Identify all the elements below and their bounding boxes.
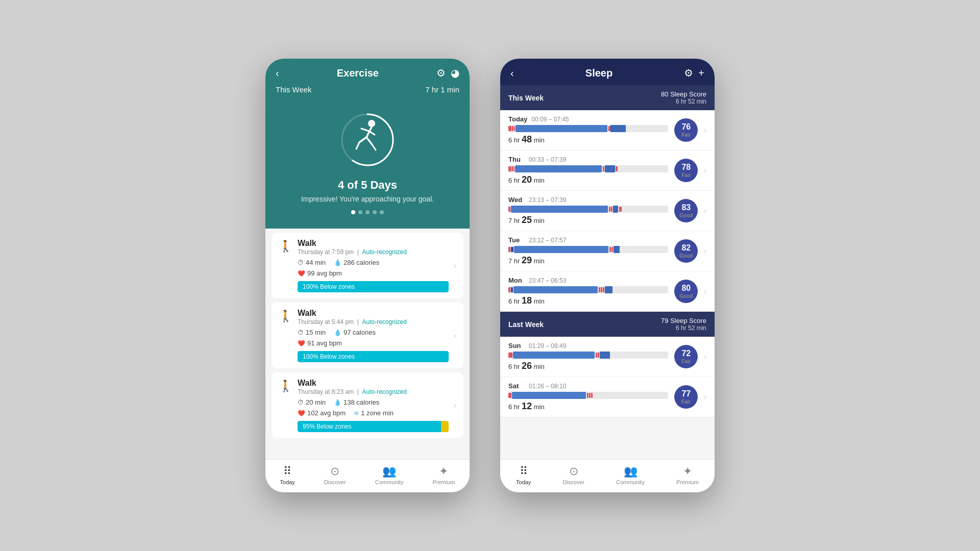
activity-item-2[interactable]: 🚶 Walk Thursday at 5:44 pm | Auto-recogn… — [272, 303, 463, 368]
svg-rect-19 — [515, 165, 602, 172]
nav-premium-sleep[interactable]: ✦ Premium — [676, 465, 699, 485]
exercise-hero: 4 of 5 Days Impressive! You're approachi… — [265, 99, 470, 229]
gear-icon[interactable]: ⚙ — [436, 67, 446, 79]
activity-item-3[interactable]: 🚶 Walk Thursday at 8:23 am | Auto-recogn… — [272, 372, 463, 438]
auto-recognized-2: Auto-recognized — [362, 318, 407, 325]
sleep-entry-today[interactable]: Today 00:09 – 07:45 — [500, 110, 715, 151]
exercise-screen: ‹ Exercise ⚙ ◕ This Week 7 hr 1 min — [265, 59, 470, 492]
dot-2[interactable] — [358, 210, 362, 214]
chevron-sun: › — [704, 353, 706, 361]
sleep-score-mon: 80 Good — [674, 280, 698, 303]
dot-5[interactable] — [380, 210, 384, 214]
activity-time-3: Thursday at 8:23 am | Auto-recognized — [298, 388, 449, 395]
svg-rect-49 — [587, 393, 589, 398]
back-icon[interactable]: ‹ — [276, 67, 279, 79]
sleep-range-mon: 23:47 – 06:53 — [529, 277, 566, 284]
sleep-entry-wed[interactable]: Wed 23:13 – 07:39 — [500, 191, 715, 231]
discover-label-sleep: Discover — [562, 479, 584, 485]
activity-name-3: Walk — [298, 379, 449, 388]
sleep-screen: ‹ Sleep ⚙ + This Week 80 Sleep Score 6 h… — [500, 59, 715, 492]
sleep-back-icon[interactable]: ‹ — [510, 67, 514, 79]
walk-icon-1: 🚶 — [279, 240, 292, 253]
sleep-list: This Week 80 Sleep Score 6 hr 52 min Tod… — [500, 85, 715, 459]
nav-discover-ex[interactable]: ⊙ Discover — [324, 465, 346, 485]
nav-today-ex[interactable]: ⠿ Today — [280, 465, 295, 485]
premium-icon-sleep: ✦ — [683, 465, 692, 478]
svg-rect-22 — [616, 166, 618, 171]
today-label-sleep: Today — [516, 479, 531, 485]
svg-rect-25 — [609, 207, 610, 212]
sleep-entry-mon[interactable]: Mon 23:47 – 06:53 — [500, 271, 715, 312]
last-week-duration: 6 hr 52 min — [661, 324, 706, 332]
dot-4[interactable] — [373, 210, 377, 214]
svg-rect-39 — [601, 287, 602, 292]
sleep-entry-thu[interactable]: Thu 00:33 – 07:39 — [500, 151, 715, 191]
svg-rect-17 — [511, 166, 513, 171]
heart-icon-1: ❤️ — [298, 270, 305, 277]
sleep-range-sun: 01:29 – 08:49 — [529, 342, 566, 349]
sleep-score-sun: 72 Fair — [674, 345, 698, 368]
zone-bar-2: 100% Below zones — [298, 351, 449, 362]
chevron-thu: › — [704, 166, 706, 174]
sleep-duration-wed: 7 hr 25 min — [508, 215, 668, 226]
sleep-title: Sleep — [514, 67, 684, 79]
sleep-duration-mon: 6 hr 18 min — [508, 295, 668, 306]
svg-rect-34 — [614, 246, 620, 253]
sleep-score-wed: 83 Good — [674, 199, 698, 222]
activity-list: 🚶 Walk Thursday at 7:59 pm | Auto-recogn… — [265, 229, 470, 459]
sleep-gear-icon[interactable]: ⚙ — [684, 67, 693, 79]
svg-rect-51 — [591, 393, 593, 398]
dot-1[interactable] — [351, 210, 355, 214]
sleep-range-sat: 01:26 – 08:10 — [529, 383, 566, 390]
heart-icon-2: ❤️ — [298, 340, 305, 347]
sleep-bar-sun — [508, 352, 668, 359]
community-icon-sleep: 👥 — [624, 465, 638, 478]
sleep-range-thu: 00:33 – 07:39 — [529, 156, 566, 163]
svg-rect-32 — [609, 247, 611, 252]
svg-rect-28 — [619, 207, 622, 212]
svg-rect-45 — [598, 353, 599, 358]
chevron-sat: › — [704, 393, 706, 401]
sleep-duration-today: 6 hr 48 min — [508, 134, 668, 145]
svg-line-6 — [359, 137, 366, 142]
dot-3[interactable] — [365, 210, 370, 214]
nav-community-sleep[interactable]: 👥 Community — [616, 465, 645, 485]
svg-rect-12 — [514, 126, 515, 131]
sleep-entry-sat[interactable]: Sat 01:26 – 08:10 6 hr 12 min — [500, 377, 715, 417]
sleep-quality-thu: Fair — [681, 172, 691, 178]
activity-item-1[interactable]: 🚶 Walk Thursday at 7:59 pm | Auto-recogn… — [272, 233, 463, 298]
svg-line-7 — [366, 137, 372, 144]
svg-line-8 — [356, 142, 359, 149]
sleep-bar-mon — [508, 286, 668, 293]
compass-icon[interactable]: ◕ — [451, 67, 459, 79]
svg-rect-27 — [613, 206, 618, 213]
this-week-value: 7 hr 1 min — [425, 85, 459, 94]
nav-discover-sleep[interactable]: ⊙ Discover — [562, 465, 584, 485]
sleep-day-tue: Tue — [508, 236, 525, 244]
activity-name-2: Walk — [298, 309, 449, 318]
svg-rect-35 — [508, 287, 510, 292]
nav-premium-ex[interactable]: ✦ Premium — [432, 465, 455, 485]
svg-rect-46 — [600, 352, 610, 359]
svg-rect-33 — [611, 247, 613, 252]
sleep-entry-tue[interactable]: Tue 23:12 – 07:57 — [500, 231, 715, 271]
nav-community-ex[interactable]: 👥 Community — [375, 465, 404, 485]
svg-line-9 — [372, 144, 376, 150]
premium-icon-ex: ✦ — [439, 465, 448, 478]
this-week-duration: 6 hr 52 min — [661, 98, 706, 105]
svg-rect-16 — [508, 166, 511, 171]
sleep-bar-today — [508, 125, 668, 132]
sleep-bar-sat — [508, 392, 668, 399]
sleep-quality-today: Fair — [681, 132, 691, 138]
svg-rect-13 — [516, 125, 607, 132]
sleep-duration-thu: 6 hr 20 min — [508, 174, 668, 185]
sleep-entry-sun[interactable]: Sun 01:29 – 08:49 6 hr 26 min — [500, 337, 715, 377]
duration-2: 15 min — [306, 329, 326, 336]
sleep-add-icon[interactable]: + — [698, 67, 704, 79]
svg-line-5 — [369, 131, 375, 135]
svg-rect-50 — [589, 393, 591, 398]
nav-today-sleep[interactable]: ⠿ Today — [516, 465, 531, 485]
sleep-range-today: 00:09 – 07:45 — [531, 116, 569, 123]
chevron-tue: › — [704, 247, 706, 255]
sleep-score-thu: 78 Fair — [674, 159, 698, 182]
